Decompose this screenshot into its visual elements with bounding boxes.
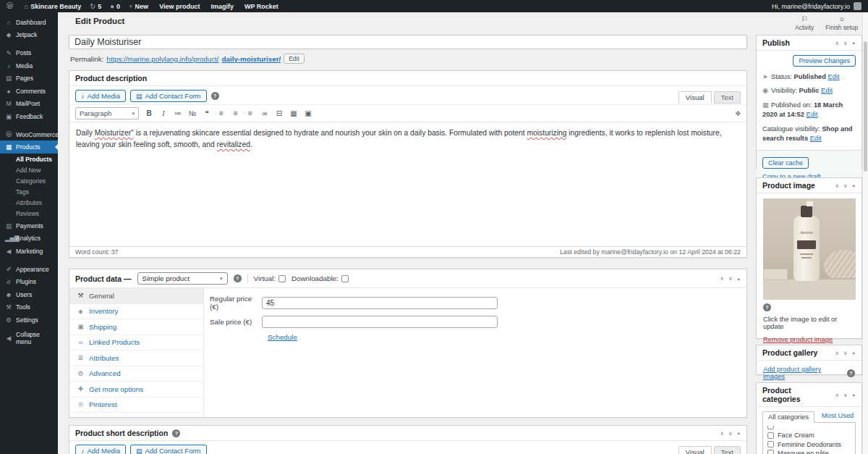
move-up-icon[interactable]: ∧ xyxy=(835,392,840,398)
move-up-icon[interactable]: ∧ xyxy=(835,182,840,189)
product-photo[interactable]: Aveeno xyxy=(763,198,856,300)
sidebar-item[interactable]: ◀ Collapse menu xyxy=(0,332,58,345)
admin-bar-item[interactable]: View product xyxy=(157,3,200,10)
product-data-tab[interactable]: ✚ Get more options xyxy=(69,382,203,398)
help-icon[interactable]: ? xyxy=(847,369,855,377)
product-data-tab[interactable]: ∞ Linked Products xyxy=(69,335,203,351)
edit-link[interactable]: Edit xyxy=(807,111,818,118)
toolbar-button[interactable]: ▦ xyxy=(289,109,298,117)
sidebar-item[interactable]: Add New xyxy=(0,164,58,175)
move-down-icon[interactable]: ∨ xyxy=(843,40,848,46)
admin-bar-item[interactable]: Ⓦ xyxy=(7,1,16,11)
product-data-tab[interactable]: ⚙ Advanced xyxy=(69,366,203,382)
toolbar-button[interactable]: ≡ xyxy=(231,109,240,117)
sidebar-item[interactable]: M MailPoet xyxy=(0,98,58,111)
admin-bar-item[interactable]: ↻ 5 xyxy=(90,2,101,10)
media-button[interactable]: ♪ Add Media xyxy=(75,90,126,102)
move-down-icon[interactable]: ∨ xyxy=(843,350,848,356)
schedule-link[interactable]: Schedule xyxy=(268,333,297,341)
edit-link[interactable]: Edit xyxy=(828,73,840,80)
category-item[interactable]: Masques en pâte xyxy=(767,449,851,454)
admin-bar-item[interactable]: Imagify xyxy=(208,3,234,10)
toolbar-button[interactable]: ≡ xyxy=(217,109,226,117)
category-checkbox[interactable] xyxy=(767,450,774,454)
sidebar-item[interactable]: ♪ Media xyxy=(0,59,58,72)
category-checkbox[interactable] xyxy=(767,441,774,447)
category-checkbox[interactable] xyxy=(767,432,774,439)
tab-text[interactable]: Text xyxy=(714,91,741,104)
fullscreen-icon[interactable]: ✥ xyxy=(735,110,741,117)
sidebar-item[interactable]: ▤ Pages xyxy=(0,72,58,85)
permalink-url[interactable]: https://marine.polylang.info/product/ xyxy=(106,55,218,63)
toggle-panel-icon[interactable]: ▲ xyxy=(852,392,856,397)
move-up-icon[interactable]: ∧ xyxy=(835,350,840,356)
product-data-tab[interactable]: ℗ Pinterest xyxy=(69,398,203,413)
sidebar-item[interactable]: ▦ Products xyxy=(0,140,58,154)
toggle-panel-icon[interactable]: ▲ xyxy=(737,277,741,281)
toggle-panel-icon[interactable]: ▲ xyxy=(852,183,856,188)
sidebar-item[interactable]: ▣ Feedback xyxy=(0,110,58,123)
account-menu[interactable]: Hi, marine@fridayfactory.io xyxy=(772,2,861,10)
sidebar-item[interactable] xyxy=(0,123,58,128)
sidebar-item[interactable]: ◀ Marketing xyxy=(0,245,58,258)
category-item[interactable] xyxy=(767,426,851,431)
permalink-slug[interactable]: daily-moisturiser/ xyxy=(222,55,281,63)
header-action[interactable]: ○ Finish setup xyxy=(825,14,858,31)
help-icon[interactable]: ? xyxy=(172,429,180,437)
add-gallery-images-link[interactable]: Add product gallery images xyxy=(763,366,843,380)
toolbar-button[interactable]: ❝ xyxy=(203,109,211,117)
toolbar-button[interactable]: ▣ xyxy=(304,109,312,117)
admin-bar-item[interactable]: ● 0 xyxy=(110,2,120,10)
toggle-panel-icon[interactable]: ▲ xyxy=(737,431,741,435)
toggle-panel-icon[interactable]: ▲ xyxy=(852,350,856,355)
sidebar-item[interactable] xyxy=(0,258,58,263)
toggle-panel-icon[interactable]: ▲ xyxy=(852,41,856,45)
product-data-tab[interactable]: ≣ Attributes xyxy=(69,350,203,366)
move-up-icon[interactable]: ∧ xyxy=(720,275,725,282)
sidebar-item[interactable]: ✐ Appearance xyxy=(0,263,58,276)
sidebar-item[interactable]: ◆ Jetpack xyxy=(0,29,58,42)
sidebar-item[interactable]: ☻ Users xyxy=(0,288,58,301)
sidebar-item[interactable]: Ⓦ WooCommerce xyxy=(0,128,58,141)
tab-visual[interactable]: Visual xyxy=(678,91,712,104)
sidebar-item[interactable]: ● Comments xyxy=(0,85,58,98)
admin-bar-item[interactable]: ⌂ Skincare Beauty xyxy=(25,2,82,10)
description-editor-content[interactable]: Daily Moisturizer" is a rejuvenating ski… xyxy=(69,122,746,246)
product-title-input[interactable] xyxy=(69,35,747,49)
move-down-icon[interactable]: ∨ xyxy=(728,430,733,437)
media-button[interactable]: ▤ Add Contact Form xyxy=(130,90,207,102)
category-checkbox[interactable] xyxy=(767,426,774,429)
sidebar-item[interactable]: ☌ Plugins xyxy=(0,275,58,288)
category-item[interactable]: Face Cream xyxy=(767,431,851,440)
toolbar-button[interactable]: ⊟ xyxy=(275,109,284,117)
help-icon[interactable]: ? xyxy=(234,274,242,282)
product-data-tab[interactable]: ▣ Shipping xyxy=(69,319,203,335)
help-icon[interactable]: ? xyxy=(763,303,771,311)
scrollbar-thumb[interactable] xyxy=(864,41,867,172)
move-down-icon[interactable]: ∨ xyxy=(728,275,733,282)
toolbar-button[interactable]: ≔ xyxy=(174,109,182,117)
permalink-edit-button[interactable]: Edit xyxy=(284,54,305,64)
remove-product-image-link[interactable]: Remove product image xyxy=(763,336,833,343)
category-item[interactable]: Feminine Deodorants xyxy=(767,440,851,448)
move-down-icon[interactable]: ∨ xyxy=(843,182,848,189)
tab-visual[interactable]: Visual xyxy=(678,446,712,454)
sidebar-item[interactable]: ⌂ Dashboard xyxy=(0,16,58,29)
downloadable-checkbox[interactable] xyxy=(341,275,349,282)
sidebar-item[interactable]: Attributes xyxy=(0,198,58,209)
toolbar-button[interactable]: ∞ xyxy=(260,109,269,117)
toolbar-button[interactable]: I xyxy=(159,109,168,117)
virtual-checkbox[interactable] xyxy=(278,275,286,282)
header-action[interactable]: ⚐ Activity xyxy=(795,14,814,31)
sidebar-item[interactable]: All Products xyxy=(0,154,58,164)
sidebar-item[interactable] xyxy=(0,41,58,46)
toolbar-button[interactable]: ≡ xyxy=(246,109,255,117)
move-up-icon[interactable]: ∧ xyxy=(720,430,725,437)
tab-most-used[interactable]: Most Used xyxy=(822,412,854,422)
sidebar-item[interactable]: ⚒ Tools xyxy=(0,301,58,314)
admin-bar-item[interactable]: WP Rocket xyxy=(242,3,278,10)
toolbar-button[interactable]: № xyxy=(188,109,197,117)
clear-cache-button[interactable]: Clear cache xyxy=(762,157,809,169)
move-up-icon[interactable]: ∧ xyxy=(835,40,840,46)
media-button[interactable]: ▤ Add Contact Form xyxy=(130,445,207,454)
